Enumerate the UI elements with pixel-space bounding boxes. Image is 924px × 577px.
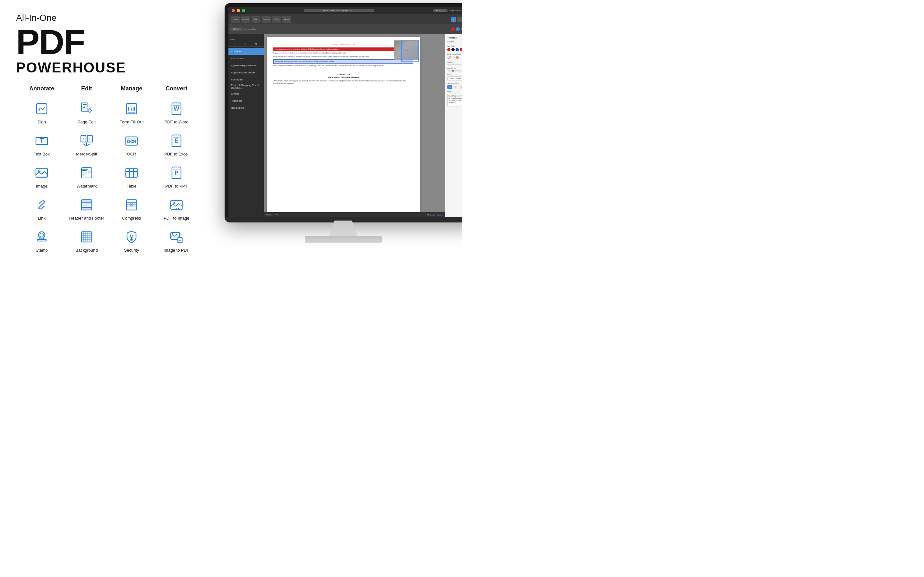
search-outline-btn[interactable]: 🔍 Search Outline bbox=[427, 214, 443, 216]
svg-point-54 bbox=[39, 232, 45, 238]
red-tool[interactable] bbox=[451, 27, 455, 31]
sidebar-nav-contents[interactable]: Contents bbox=[228, 48, 264, 55]
svg-rect-2 bbox=[81, 103, 88, 111]
form-fill-label: Form Fill Out bbox=[120, 119, 144, 124]
svg-rect-8 bbox=[128, 112, 136, 113]
pdf-image-label: PDF to Image bbox=[164, 216, 189, 221]
zoom-control[interactable]: 125% ▾ bbox=[231, 27, 242, 31]
feature-pdf-word[interactable]: W PDF to Word bbox=[154, 98, 199, 130]
color-black[interactable] bbox=[451, 48, 455, 51]
align-center-btn[interactable]: ≡ bbox=[453, 85, 458, 89]
align-left-btn[interactable]: ≡ bbox=[447, 85, 452, 89]
sidebar-nav-support[interactable]: Supporting resources bbox=[228, 69, 264, 76]
bg-color-white[interactable] bbox=[451, 56, 455, 59]
watermark-icon: WATER bbox=[78, 164, 95, 181]
minimize-button[interactable] bbox=[237, 9, 240, 12]
watermark-label: Watermark bbox=[76, 184, 97, 189]
editor-btn[interactable]: Editor bbox=[252, 16, 260, 23]
feature-grid: Sign Page Edit Fill bbox=[16, 98, 202, 258]
pdf-body-text-3: When Andy Herzfeld joined the Macintosh … bbox=[273, 65, 413, 67]
search-bar[interactable]: 🔍 Search bbox=[433, 9, 447, 12]
stamp-icon bbox=[33, 229, 50, 245]
ocr-btn[interactable]: OCR bbox=[272, 16, 281, 23]
main-toolbar: Tools Page Edit Editor Converter OCR Hom… bbox=[228, 14, 462, 24]
svg-rect-30 bbox=[82, 170, 87, 171]
line-width-slider[interactable] bbox=[447, 70, 462, 71]
text-tool-btn[interactable]: T bbox=[461, 28, 462, 31]
feature-pdf-ppt[interactable]: P PDF to PPT bbox=[154, 162, 199, 194]
feature-header-footer[interactable]: Header and Footer bbox=[64, 194, 109, 226]
bg-color-gray[interactable] bbox=[456, 56, 459, 59]
page-info-bar: Page 311 / 412 🔍 Search Outline bbox=[264, 212, 445, 218]
note-field[interactable]: have bigger quarters. So he moved everyo… bbox=[447, 93, 462, 106]
feature-table[interactable]: Table bbox=[109, 162, 154, 194]
imac-stand-base bbox=[305, 236, 382, 243]
feature-background[interactable]: Background bbox=[64, 226, 109, 258]
bg-color-none[interactable] bbox=[447, 56, 451, 59]
svg-rect-29 bbox=[82, 169, 88, 169]
panel-tab-bookmarks[interactable]: ≡ bbox=[234, 43, 236, 45]
toolbar-icon-2[interactable] bbox=[457, 17, 462, 22]
svg-text:OCR: OCR bbox=[127, 139, 137, 144]
page-edit-btn[interactable]: Page Edit bbox=[241, 16, 250, 23]
sidebar-nav-functional[interactable]: Functional bbox=[228, 76, 264, 83]
fullscreen-button[interactable] bbox=[242, 9, 245, 12]
pdf-ppt-icon: P bbox=[168, 164, 185, 181]
pdf-body-text-1: Regular text with some underlined portio… bbox=[273, 52, 413, 55]
feature-form-fill[interactable]: Fill Form Fill Out bbox=[109, 98, 154, 130]
pdf-image-icon bbox=[168, 197, 185, 213]
feature-ocr[interactable]: OCR OCR bbox=[109, 130, 154, 162]
color-blue[interactable] bbox=[456, 48, 459, 51]
home-btn[interactable]: Home bbox=[282, 16, 291, 23]
feature-link[interactable]: Link bbox=[19, 194, 64, 226]
page-edit-icon bbox=[78, 100, 95, 117]
sidebar-nav-criteria[interactable]: Criteria bbox=[228, 90, 264, 97]
feature-sign[interactable]: Sign bbox=[19, 98, 64, 130]
imac-screen: Quick Start Guide v1.2 (page 16 / 17) 🔍 … bbox=[225, 3, 462, 221]
chapter-title: THE REALITY DISTORTION FIELD bbox=[273, 76, 413, 78]
bg-color-label: Background Color bbox=[447, 53, 462, 55]
opacity-slider[interactable] bbox=[447, 64, 462, 65]
sidebar-nav-federal[interactable]: Federal Shopping Sheet Updates... bbox=[228, 83, 264, 90]
selection-box-overlay[interactable] bbox=[401, 40, 419, 61]
feature-security[interactable]: Security bbox=[109, 226, 154, 258]
feature-pdf-image[interactable]: PDF to Image bbox=[154, 194, 199, 226]
feature-page-edit[interactable]: Page Edit bbox=[64, 98, 109, 130]
category-convert: Convert bbox=[154, 85, 199, 92]
feature-stamp[interactable]: Stamp bbox=[19, 226, 64, 258]
text-color-label: Text Color bbox=[447, 45, 462, 47]
toolbar-icon-1[interactable]: ✓ bbox=[451, 17, 456, 22]
feature-text-box[interactable]: T Text Box bbox=[19, 130, 64, 162]
close-button[interactable] bbox=[232, 9, 235, 12]
align-right-btn[interactable]: ≡ bbox=[459, 85, 462, 89]
table-label: Table bbox=[126, 184, 136, 189]
panel-tab-search[interactable]: 🔍 bbox=[255, 43, 258, 45]
pdf-word-label: PDF to Word bbox=[165, 119, 189, 124]
feature-pdf-excel[interactable]: E PDF to Excel bbox=[154, 130, 199, 162]
color-custom[interactable] bbox=[460, 48, 462, 51]
color-red[interactable] bbox=[447, 48, 451, 51]
fonts-label: Fonts bbox=[447, 73, 462, 75]
prev-next-btn[interactable]: Previous/Next bbox=[244, 28, 256, 30]
ocr-icon: OCR bbox=[123, 132, 140, 149]
sign-label: Sign bbox=[37, 119, 46, 124]
security-icon bbox=[123, 229, 140, 245]
page-display-btn[interactable]: Page Display bbox=[449, 10, 461, 11]
image-pdf-label: Image to PDF bbox=[164, 248, 189, 253]
panel-tab-pages[interactable]: □ bbox=[244, 43, 246, 45]
sidebar-nav-intro[interactable]: Introduction bbox=[228, 55, 264, 62]
feature-merge-split[interactable]: a + Merge/Split bbox=[64, 130, 109, 162]
sidebar-nav-sysreq[interactable]: System Requirements bbox=[228, 62, 264, 69]
converter-btn[interactable]: Converter bbox=[262, 16, 271, 23]
font-selector[interactable]: Lucida Grande▾ bbox=[447, 76, 462, 81]
feature-image[interactable]: Image bbox=[19, 162, 64, 194]
sidebar-nav-technical[interactable]: Technical bbox=[228, 97, 264, 104]
tools-btn[interactable]: Tools bbox=[231, 16, 240, 23]
feature-compress[interactable]: Compress bbox=[109, 194, 154, 226]
sidebar-nav-resolutions[interactable]: Resolutions bbox=[228, 104, 264, 111]
feature-watermark[interactable]: WATER Watermark bbox=[64, 162, 109, 194]
pdf-document-area[interactable]: Playing for His Own Set of Rules Lorem i… bbox=[264, 34, 445, 218]
blue-tool[interactable] bbox=[456, 27, 460, 31]
left-panel[interactable]: Panel ≡ □ 🔍 Contents Introduction System… bbox=[228, 34, 264, 218]
feature-image-pdf[interactable]: PDF Image to PDF bbox=[154, 226, 199, 258]
